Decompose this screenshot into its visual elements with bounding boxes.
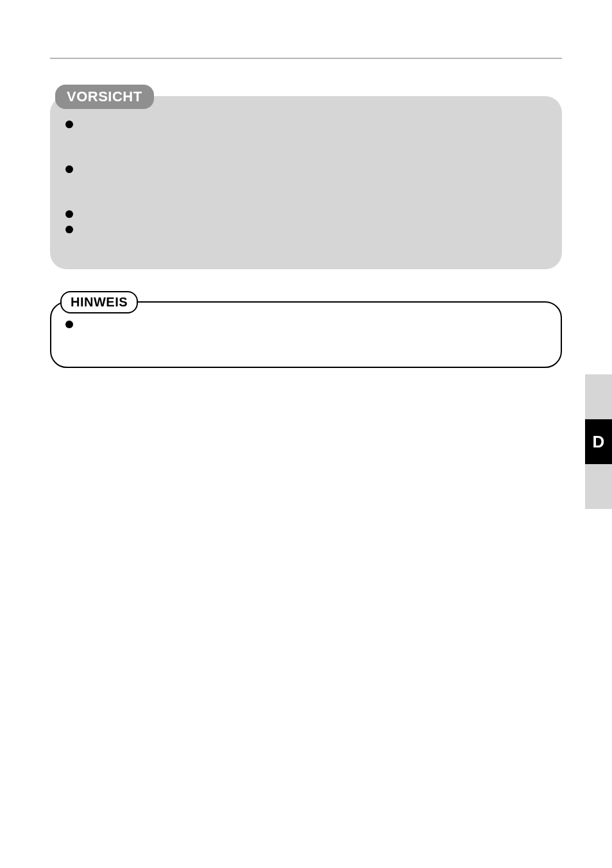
side-tab-inactive-top: [585, 374, 612, 419]
bullet-icon: [65, 321, 73, 328]
list-item: [65, 164, 547, 173]
list-item: [65, 209, 547, 218]
bullet-icon: [65, 165, 73, 173]
side-tab-inactive-bottom: [585, 464, 612, 509]
bullet-icon: [65, 121, 73, 128]
side-tab-label: D: [593, 432, 605, 452]
vorsicht-callout: VORSICHT: [50, 96, 562, 269]
bullet-icon: [65, 210, 73, 218]
list-item: [65, 224, 547, 233]
hinweis-label: HINWEIS: [60, 291, 138, 313]
list-item: [65, 119, 547, 128]
list-item: [65, 319, 547, 328]
side-tab-strip: D: [585, 374, 612, 509]
hinweis-bullet-list: [65, 319, 547, 349]
vorsicht-label: VORSICHT: [55, 85, 154, 109]
top-divider: [50, 58, 562, 59]
hinweis-callout: HINWEIS: [50, 291, 562, 368]
vorsicht-bullet-list: [65, 119, 547, 254]
side-tab-active: D: [585, 419, 612, 464]
bullet-icon: [65, 226, 73, 233]
